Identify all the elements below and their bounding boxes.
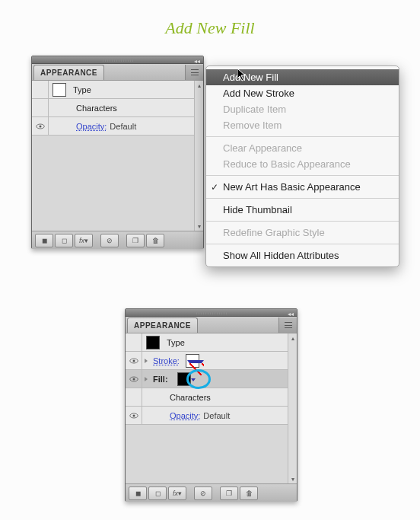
appearance-row-characters[interactable]: Characters: [126, 388, 297, 407]
fx-button[interactable]: fx▾: [168, 487, 186, 500]
menu-item-hide-thumbnail[interactable]: Hide Thumbnail: [206, 202, 399, 218]
menu-separator: [206, 221, 399, 222]
visibility-eye-icon[interactable]: [126, 407, 142, 424]
appearance-row-opacity[interactable]: Opacity: Default: [32, 117, 203, 136]
drag-grip-icon: [196, 311, 227, 314]
panel-scrollbar[interactable]: ▴ ▾: [194, 81, 203, 231]
menu-item-reduce-basic: Reduce to Basic Appearance: [206, 156, 399, 172]
panel-flyout-button[interactable]: [278, 317, 297, 333]
fx-button[interactable]: fx▾: [75, 234, 93, 247]
delete-item-button[interactable]: 🗑: [240, 487, 258, 500]
appearance-row-fill[interactable]: Fill:: [126, 370, 297, 388]
menu-separator: [206, 244, 399, 244]
blank-eye-cell: [126, 388, 142, 406]
flyout-menu-icon: [285, 322, 292, 328]
scroll-up-icon[interactable]: ▴: [196, 82, 202, 88]
characters-label: Characters: [170, 393, 211, 402]
scroll-up-icon[interactable]: ▴: [290, 335, 296, 341]
visibility-eye-icon[interactable]: [126, 352, 142, 369]
svg-point-1: [39, 125, 41, 127]
blank-eye-cell: [126, 333, 142, 351]
menu-separator: [206, 198, 399, 199]
duplicate-item-button[interactable]: ❐: [126, 234, 145, 247]
menu-item-clear-appearance: Clear Appearance: [206, 140, 399, 156]
collapse-arrows-icon[interactable]: ◂◂: [288, 311, 294, 317]
type-label: Type: [73, 85, 91, 94]
disclosure-triangle-icon[interactable]: [142, 352, 150, 369]
appearance-panel-after: ◂◂ APPEARANCE Type Stroke:: [125, 308, 298, 502]
tab-appearance[interactable]: APPEARANCE: [33, 65, 104, 80]
menu-item-new-art-basic[interactable]: New Art Has Basic Appearance: [206, 179, 399, 195]
type-label: Type: [167, 338, 185, 347]
panel-tabbar: APPEARANCE: [126, 317, 297, 333]
new-stroke-button[interactable]: ◻: [55, 234, 73, 247]
blank-eye-cell: [32, 81, 49, 98]
type-thumbnail-swatch: [52, 83, 66, 97]
panel-footer: ◼ ◻ fx▾ ⊘ ❐ 🗑: [32, 231, 203, 249]
disclosure-triangle-icon[interactable]: [142, 370, 150, 388]
panel-titlebar[interactable]: ◂◂: [32, 56, 203, 64]
clear-appearance-button[interactable]: ⊘: [194, 487, 212, 500]
menu-item-remove-item: Remove Item: [206, 117, 399, 133]
scroll-down-icon[interactable]: ▾: [196, 223, 202, 229]
new-fill-button[interactable]: ◼: [129, 487, 147, 500]
svg-point-4: [132, 359, 135, 362]
appearance-row-characters[interactable]: Characters: [32, 99, 203, 117]
panel-tabbar: APPEARANCE: [32, 64, 203, 81]
appearance-row-type[interactable]: Type: [126, 333, 297, 352]
appearance-row-stroke[interactable]: Stroke:: [126, 352, 297, 370]
characters-label: Characters: [76, 104, 117, 113]
visibility-eye-icon[interactable]: [126, 370, 142, 388]
eye-icon: [36, 123, 45, 129]
panel-flyout-button[interactable]: [185, 65, 203, 80]
clear-appearance-button[interactable]: ⊘: [100, 234, 119, 247]
collapse-arrows-icon[interactable]: ◂◂: [194, 58, 200, 65]
scroll-down-icon[interactable]: ▾: [290, 476, 296, 482]
svg-point-6: [132, 378, 135, 380]
page-title: Add New Fill: [0, 0, 420, 38]
drag-grip-icon: [103, 59, 133, 62]
menu-item-redefine-style: Redefine Graphic Style: [206, 225, 399, 241]
appearance-panel-before: ◂◂ APPEARANCE Type Characters Opacity: D…: [31, 56, 204, 249]
menu-item-add-new-stroke[interactable]: Add New Stroke: [206, 85, 399, 101]
stroke-color-swatch[interactable]: [186, 354, 199, 368]
new-fill-button[interactable]: ◼: [35, 234, 53, 247]
new-stroke-button[interactable]: ◻: [148, 487, 167, 500]
flyout-menu-icon: [191, 69, 199, 75]
visibility-eye-icon[interactable]: [32, 117, 49, 135]
panel-footer: ◼ ◻ fx▾ ⊘ ❐ 🗑: [126, 483, 297, 502]
menu-item-add-new-fill[interactable]: Add New Fill: [206, 69, 399, 85]
menu-item-duplicate-item: Duplicate Item: [206, 101, 399, 117]
eye-icon: [129, 358, 138, 364]
menu-separator: [206, 136, 399, 137]
menu-separator: [206, 175, 399, 176]
opacity-link[interactable]: Opacity:: [76, 122, 107, 131]
menu-item-show-hidden-attrs[interactable]: Show All Hidden Attributes: [206, 247, 399, 263]
panel-body: Type Characters Opacity: Default ▴ ▾: [32, 81, 203, 231]
fill-color-swatch[interactable]: [177, 372, 191, 386]
tab-appearance[interactable]: APPEARANCE: [127, 317, 198, 333]
opacity-value: Default: [110, 122, 136, 131]
duplicate-item-button[interactable]: ❐: [220, 487, 238, 500]
eye-icon: [129, 376, 138, 382]
blank-eye-cell: [32, 99, 49, 116]
appearance-row-opacity[interactable]: Opacity: Default: [126, 407, 297, 425]
eye-icon: [129, 413, 138, 419]
panel-titlebar[interactable]: ◂◂: [126, 309, 297, 317]
type-thumbnail-swatch: [146, 336, 160, 349]
appearance-row-type[interactable]: Type: [32, 81, 203, 99]
delete-item-button[interactable]: 🗑: [146, 234, 164, 247]
opacity-value: Default: [203, 411, 230, 420]
stroke-link[interactable]: Stroke:: [153, 356, 180, 365]
svg-point-8: [132, 414, 135, 416]
fill-label: Fill:: [153, 375, 168, 384]
panel-flyout-menu: Add New Fill Add New Stroke Duplicate It…: [205, 65, 399, 267]
panel-scrollbar[interactable]: ▴ ▾: [288, 333, 297, 483]
opacity-link[interactable]: Opacity:: [170, 411, 200, 420]
panel-body: Type Stroke: Fill: Characters: [126, 333, 297, 483]
